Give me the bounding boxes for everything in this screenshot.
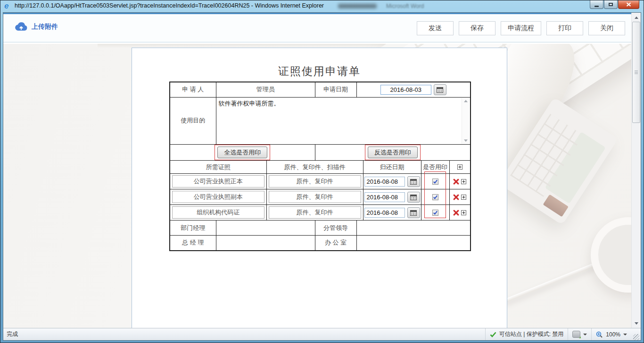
scrollbar-up-button[interactable] [632, 14, 640, 21]
apply-date-calendar-button[interactable] [434, 84, 446, 95]
invert-select-cell: 反选是否用印 [315, 144, 471, 161]
scrollbar-down-button[interactable] [632, 319, 640, 327]
add-row-button[interactable] [450, 164, 471, 170]
magnifier-zoom-icon [596, 331, 603, 338]
plus-box-icon [461, 210, 466, 215]
calendar-icon [410, 194, 417, 200]
maximize-icon [609, 3, 613, 6]
page-scrollbar[interactable] [631, 13, 641, 328]
applicant-value: 管理员 [216, 82, 315, 97]
license-type-cell: 原件、复印件 [266, 174, 363, 189]
apply-date-label: 申请日期 [315, 82, 356, 97]
scrollbar-thumb[interactable] [632, 22, 640, 123]
purpose-text: 软件著作权申请所需。 [216, 98, 471, 110]
delete-x-icon [453, 194, 459, 200]
check-icon [433, 210, 438, 215]
print-button[interactable]: 打印 [546, 21, 583, 35]
dept-manager-label: 部门经理 [170, 220, 216, 236]
close-page-button[interactable]: 关闭 [588, 21, 625, 35]
gm-label: 总 经 理 [170, 236, 216, 251]
gm-value [216, 236, 315, 251]
add-row-button[interactable] [461, 210, 466, 215]
security-zone-section: 可信站点 | 保护模式: 禁用 [485, 328, 568, 340]
license-name: 公司营业执照副本 [172, 191, 264, 203]
add-row-button[interactable] [461, 195, 466, 200]
return-date-cell: 2016-08-08 [363, 189, 421, 205]
cloud-upload-icon [15, 22, 28, 32]
scrollbar-grip-icon [635, 71, 638, 75]
dept-manager-value [216, 220, 315, 236]
return-date-cell: 2016-08-08 [363, 174, 421, 189]
purpose-row: 使用目的 软件著作权申请所需。 [170, 97, 471, 144]
zone-icon-section[interactable] [568, 328, 591, 340]
delete-x-icon [453, 210, 459, 216]
applicant-row: 申 请 人 管理员 申请日期 2016-08-03 [170, 82, 471, 97]
apply-date-cell: 2016-08-03 [356, 82, 471, 97]
seal-select-row: 全选是否用印 反选是否用印 [170, 144, 471, 161]
seal-checkbox-checked[interactable] [432, 210, 438, 216]
purpose-label: 使用目的 [170, 97, 216, 144]
header-seal: 是否用印 [421, 161, 449, 174]
zoom-section[interactable]: 100% [591, 328, 631, 340]
return-date-input[interactable]: 2016-08-08 [364, 192, 405, 202]
minimize-button[interactable] [590, 0, 603, 9]
close-icon [626, 2, 631, 7]
internet-explorer-icon: e [4, 2, 12, 10]
purpose-scrollbar[interactable] [462, 98, 470, 144]
license-type: 原件、复印件 [269, 175, 361, 188]
scroll-up-icon [464, 100, 468, 102]
return-date-calendar-button[interactable] [407, 192, 420, 203]
check-icon [433, 179, 438, 184]
window-title: http://127.0.0.1/OAapp/HtTrace0503Servle… [15, 2, 324, 9]
upload-attachment-link[interactable]: 上传附件 [15, 22, 58, 32]
maximize-button[interactable] [604, 0, 618, 9]
zone-badge-icon [572, 331, 580, 338]
plus-box-icon [461, 195, 466, 200]
header-license: 所需证照 [170, 161, 266, 174]
delete-row-button[interactable] [453, 179, 459, 185]
send-button[interactable]: 发送 [417, 21, 454, 35]
seal-cell [421, 205, 449, 220]
apply-date-input[interactable]: 2016-08-03 [380, 85, 431, 95]
seal-checkbox-checked[interactable] [432, 194, 438, 200]
return-date-input[interactable]: 2016-08-08 [364, 208, 405, 218]
background-window-title: Microsoft Word [386, 3, 424, 9]
select-all-highlight: 全选是否用印 [215, 145, 270, 161]
office-label: 办 公 室 [315, 236, 356, 251]
minimize-icon [594, 6, 599, 7]
return-date-calendar-button[interactable] [407, 207, 420, 218]
delete-row-button[interactable] [453, 210, 459, 216]
check-icon [433, 195, 438, 200]
plus-box-icon [457, 164, 462, 170]
add-row-button[interactable] [461, 179, 466, 184]
select-all-seal-button[interactable]: 全选是否用印 [217, 147, 267, 159]
return-date-calendar-button[interactable] [407, 176, 420, 187]
resize-grip[interactable] [633, 334, 639, 340]
delete-row-button[interactable] [453, 194, 459, 200]
close-button[interactable] [618, 0, 639, 9]
invert-select-highlight: 反选是否用印 [365, 145, 421, 161]
row-actions-cell [449, 205, 471, 220]
applicant-label: 申 请 人 [170, 82, 216, 97]
upload-attachment-label: 上传附件 [32, 23, 58, 31]
return-date-input[interactable]: 2016-08-08 [364, 177, 405, 187]
purpose-textarea[interactable]: 软件著作权申请所需。 [216, 97, 471, 144]
client-area: 上传附件 发送 保存 申请流程 打印 关闭 证照 [3, 12, 641, 341]
seal-cell [421, 174, 449, 189]
license-name-cell: 公司营业执照正本 [170, 174, 266, 189]
apply-flow-button[interactable]: 申请流程 [501, 21, 541, 35]
license-name-cell: 公司营业执照副本 [170, 189, 266, 205]
license-type-cell: 原件、复印件 [266, 205, 363, 220]
license-row: 组织机构代码证 原件、复印件 2016-08-08 [170, 205, 471, 220]
approval-row: 部门经理 分管领导 [170, 220, 471, 236]
license-type-cell: 原件、复印件 [266, 189, 363, 205]
status-bar: 完成 可信站点 | 保护模式: 禁用 100% [3, 328, 641, 340]
header-add-cell [449, 161, 471, 174]
seal-checkbox-checked[interactable] [432, 179, 438, 185]
save-button[interactable]: 保存 [459, 21, 495, 35]
calendar-icon [410, 179, 417, 185]
license-row: 公司营业执照正本 原件、复印件 2016-08-08 [170, 174, 471, 189]
security-zone-label: 可信站点 | 保护模式: 禁用 [499, 330, 563, 338]
invert-select-seal-button[interactable]: 反选是否用印 [368, 147, 418, 159]
license-table-header: 所需证照 原件、复印件、扫描件 归还日期 是否用印 [170, 161, 471, 174]
